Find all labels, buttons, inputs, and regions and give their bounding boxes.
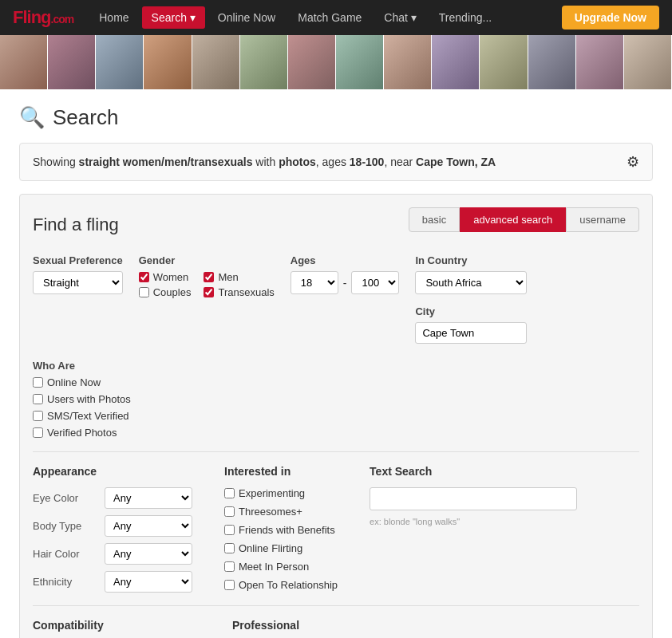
- text-search-hint: ex: blonde "long walks": [370, 517, 577, 526]
- gender-women-row[interactable]: Women: [139, 271, 192, 283]
- filter-icon[interactable]: ⚙: [627, 153, 639, 171]
- hair-color-select[interactable]: Any: [105, 543, 192, 565]
- strip-photo[interactable]: [192, 35, 240, 89]
- strip-photo[interactable]: [432, 35, 480, 89]
- users-photos-label: Users with Photos: [47, 393, 131, 405]
- text-search-section: Text Search ex: blonde "long walks": [370, 465, 577, 593]
- gender-couples-checkbox[interactable]: [139, 287, 149, 297]
- interested-open-relationship[interactable]: Open To Relationship: [224, 579, 338, 591]
- gender-transexuals-row[interactable]: Transexuals: [204, 286, 274, 298]
- open-relationship-checkbox[interactable]: [224, 580, 235, 590]
- strip-photo[interactable]: [288, 35, 336, 89]
- eye-color-select[interactable]: Any: [105, 487, 192, 509]
- compatibility-title: Compatibility: [33, 619, 200, 632]
- summary-text: Showing straight women/men/transexuals w…: [33, 156, 496, 168]
- verified-photos-checkbox[interactable]: [33, 427, 43, 438]
- photo-strip: [0, 35, 672, 89]
- sexual-preference-group: Sexual Preference Straight Gay Bi: [33, 254, 123, 344]
- ethnicity-label: Ethnicity: [33, 576, 97, 588]
- interested-fwb[interactable]: Friends with Benefits: [224, 524, 338, 536]
- online-now-checkbox[interactable]: [33, 377, 43, 388]
- strip-photo[interactable]: [240, 35, 288, 89]
- online-flirting-checkbox[interactable]: [224, 543, 235, 553]
- who-are-verified-photos[interactable]: Verified Photos: [33, 427, 131, 439]
- page-title-row: 🔍 Search: [19, 105, 653, 143]
- interested-experimenting[interactable]: Experimenting: [224, 487, 338, 499]
- summary-bold1: straight women/men/transexuals: [79, 156, 253, 168]
- who-are-sms[interactable]: SMS/Text Verified: [33, 410, 131, 422]
- upgrade-button[interactable]: Upgrade Now: [562, 6, 659, 30]
- primary-filters-row: Sexual Preference Straight Gay Bi Gender…: [33, 254, 639, 439]
- strip-photo[interactable]: [480, 35, 528, 89]
- ethnicity-row: Ethnicity Any: [33, 571, 192, 593]
- compat-prof-row: Compatibility Religion Any Languages Any…: [33, 619, 639, 638]
- who-are-online-now[interactable]: Online Now: [33, 376, 131, 388]
- nav-search[interactable]: Search: [142, 6, 205, 29]
- strip-photo[interactable]: [624, 35, 672, 89]
- nav-trending[interactable]: Trending...: [429, 6, 501, 29]
- threesomes-checkbox[interactable]: [224, 506, 235, 517]
- fwb-checkbox[interactable]: [224, 525, 235, 535]
- meet-in-person-checkbox[interactable]: [224, 561, 235, 572]
- interested-threesomes[interactable]: Threesomes+: [224, 506, 338, 518]
- gender-couples-row[interactable]: Couples: [139, 286, 192, 298]
- page-title: Search: [53, 105, 118, 130]
- gender-transexuals-checkbox[interactable]: [204, 287, 214, 297]
- gender-col1: Women Couples: [139, 271, 192, 298]
- interested-in-section: Interested in Experimenting Threesomes+ …: [224, 465, 338, 593]
- tab-username[interactable]: username: [566, 207, 639, 232]
- sexual-preference-label: Sexual Preference: [33, 254, 123, 266]
- sexual-preference-select[interactable]: Straight Gay Bi: [33, 271, 123, 294]
- logo-dot: .com: [51, 13, 74, 26]
- compatibility-section: Compatibility Religion Any Languages Any…: [33, 619, 200, 638]
- sms-checkbox[interactable]: [33, 411, 43, 421]
- body-type-select[interactable]: Any: [105, 515, 192, 537]
- hair-color-label: Hair Color: [33, 548, 97, 560]
- interested-online-flirting[interactable]: Online Flirting: [224, 542, 338, 554]
- appearance-title: Appearance: [33, 465, 192, 478]
- strip-photo[interactable]: [384, 35, 432, 89]
- nav-chat[interactable]: Chat: [374, 6, 425, 29]
- strip-photo[interactable]: [0, 35, 48, 89]
- strip-photo[interactable]: [336, 35, 384, 89]
- strip-photo[interactable]: [144, 35, 192, 89]
- strip-photo[interactable]: [96, 35, 144, 89]
- ethnicity-select[interactable]: Any: [105, 571, 192, 593]
- strip-photo[interactable]: [528, 35, 576, 89]
- city-label: City: [415, 305, 527, 317]
- site-logo: Fling.com: [13, 7, 73, 28]
- text-search-input[interactable]: [370, 487, 577, 510]
- interested-meet-in-person[interactable]: Meet In Person: [224, 561, 338, 573]
- ages-max-select[interactable]: 100: [351, 271, 399, 294]
- tab-basic[interactable]: basic: [409, 207, 460, 232]
- gender-men-row[interactable]: Men: [204, 271, 274, 283]
- gender-couples-label: Couples: [153, 286, 192, 298]
- eye-color-row: Eye Color Any: [33, 487, 192, 509]
- experimenting-checkbox[interactable]: [224, 488, 235, 498]
- nav-online-now[interactable]: Online Now: [208, 6, 285, 29]
- who-are-users-photos[interactable]: Users with Photos: [33, 393, 131, 405]
- nav-home[interactable]: Home: [89, 6, 138, 29]
- fwb-label: Friends with Benefits: [239, 524, 335, 536]
- strip-photo[interactable]: [48, 35, 96, 89]
- page-content: 🔍 Search Showing straight women/men/tran…: [0, 89, 672, 638]
- tab-advanced-search[interactable]: advanced search: [460, 207, 566, 232]
- strip-photo[interactable]: [576, 35, 624, 89]
- gender-women-checkbox[interactable]: [139, 272, 149, 282]
- search-form: Find a fling basic advanced search usern…: [19, 194, 653, 638]
- nav-match-game[interactable]: Match Game: [288, 6, 371, 29]
- in-country-label: In Country: [415, 254, 527, 266]
- who-are-group: Who Are Online Now Users with Photos SMS…: [33, 360, 131, 439]
- users-photos-checkbox[interactable]: [33, 394, 43, 404]
- body-type-row: Body Type Any: [33, 515, 192, 537]
- country-select[interactable]: South Africa: [415, 271, 527, 294]
- divider1: [33, 451, 639, 452]
- gender-men-checkbox[interactable]: [204, 272, 214, 282]
- experimenting-label: Experimenting: [239, 487, 305, 499]
- city-input[interactable]: [415, 322, 527, 344]
- find-fling-title: Find a fling: [33, 215, 119, 235]
- ages-min-select[interactable]: 18: [291, 271, 338, 294]
- search-icon: 🔍: [19, 105, 45, 130]
- gender-women-label: Women: [153, 271, 189, 283]
- ages-label: Ages: [291, 254, 400, 266]
